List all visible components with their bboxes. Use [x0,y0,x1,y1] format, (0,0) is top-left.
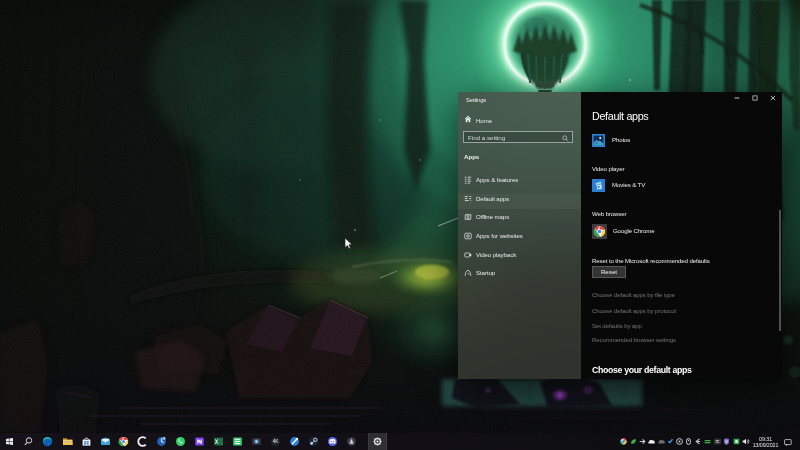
svg-text:4K: 4K [273,439,280,444]
